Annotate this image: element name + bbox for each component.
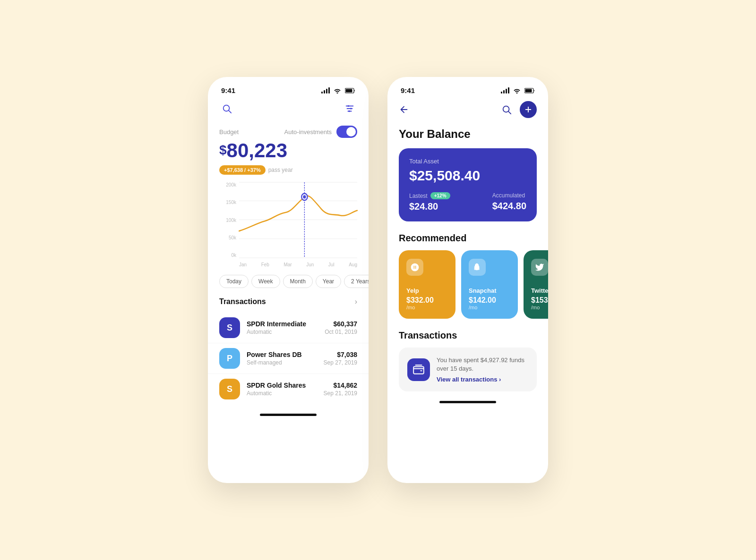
y-label-150k: 150k <box>219 200 236 205</box>
budget-badge: +$7,638 / +37% <box>219 165 266 175</box>
battery-icon <box>345 88 355 93</box>
filter-month[interactable]: Month <box>283 275 313 288</box>
dollar-sign: $ <box>219 144 227 157</box>
plus-icon <box>524 105 533 114</box>
accumulated-label: Accumulated <box>492 192 526 199</box>
trans-amount-1: $60,337 <box>325 320 357 328</box>
svg-line-3 <box>229 110 231 113</box>
transaction-item-2[interactable]: P Power Shares DB Self-managed $7,038 Se… <box>208 343 369 373</box>
rec-name-yelp: Yelp <box>406 287 448 294</box>
view-all-link[interactable]: View all transactions › <box>437 376 528 383</box>
chart-x-labels: Jan Feb Mar Jun Jul Aug <box>239 262 357 267</box>
trans-sub-2: Self-managed <box>247 359 317 366</box>
rec-period-twitter: /mo <box>531 305 548 310</box>
chart-y-labels: 200k 150k 100k 50k 0k <box>219 182 236 258</box>
rec-card-twitter[interactable]: Twitter $153 /mo <box>524 250 548 319</box>
lastest-value: $24.80 <box>409 201 450 212</box>
status-bar-2: 9:41 <box>387 86 548 94</box>
wifi-icon-2 <box>513 88 521 93</box>
phone-1: 9:41 <box>208 77 369 483</box>
trans-sub-1: Automatic <box>247 329 318 335</box>
add-button[interactable] <box>520 101 537 118</box>
phone1-header <box>208 101 369 116</box>
battery-icon-2 <box>524 88 535 93</box>
svg-point-7 <box>347 105 349 107</box>
filter-today[interactable]: Today <box>219 275 249 288</box>
filter-button[interactable] <box>342 101 357 116</box>
rec-period-yelp: /mo <box>406 305 448 310</box>
trans-info-1: SPDR Intermediate Automatic <box>247 320 318 335</box>
x-label-jul: Jul <box>328 262 335 267</box>
back-button[interactable] <box>399 104 409 115</box>
wifi-icon <box>334 88 341 93</box>
chart-svg <box>239 182 357 258</box>
phone2-header <box>387 101 548 118</box>
y-label-0k: 0k <box>219 253 236 258</box>
x-label-aug: Aug <box>349 262 357 267</box>
trans-amount-3: $14,862 <box>324 382 357 389</box>
trans-info-3: SPDR Gold Shares Automatic <box>247 382 317 397</box>
svg-point-9 <box>348 110 350 112</box>
trans-amounts-2: $7,038 Sep 27, 2019 <box>324 351 357 366</box>
rec-price-snapchat: $142.00 <box>469 296 510 305</box>
y-label-100k: 100k <box>219 218 236 223</box>
filter-week[interactable]: Week <box>251 275 280 288</box>
y-label-200k: 200k <box>219 182 236 187</box>
filter-2years[interactable]: 2 Years <box>344 275 369 288</box>
budget-label: Budget <box>219 128 239 136</box>
x-label-mar: Mar <box>284 262 292 267</box>
status-icons-1 <box>321 87 355 93</box>
trans-name-3: SPDR Gold Shares <box>247 382 317 389</box>
transactions-title-1: Transactions <box>219 297 266 306</box>
search-button[interactable] <box>219 101 234 116</box>
rec-card-yelp[interactable]: Yelp $332.00 /mo <box>399 250 455 319</box>
home-indicator-1 <box>260 414 317 416</box>
x-label-feb: Feb <box>261 262 269 267</box>
recommended-title: Recommended <box>387 233 548 244</box>
filter-icon <box>344 103 355 114</box>
time-filters: Today Week Month Year 2 Years 3 Y <box>208 275 369 288</box>
back-arrow-icon <box>399 104 409 115</box>
transactions-section-header: Transactions › <box>208 297 369 306</box>
transaction-item-3[interactable]: S SPDR Gold Shares Automatic $14,862 Sep… <box>208 373 369 404</box>
trans-date-3: Sep 21, 2019 <box>324 390 357 397</box>
trans-amounts-3: $14,862 Sep 21, 2019 <box>324 382 357 397</box>
chart-area <box>239 182 357 258</box>
svg-line-21 <box>508 111 511 114</box>
trans-avatar-3: S <box>219 379 240 399</box>
trans-date-1: Oct 01, 2019 <box>325 329 357 335</box>
transactions-chevron[interactable]: › <box>355 297 357 306</box>
app-container: 9:41 <box>189 49 567 511</box>
status-icons-2 <box>501 87 535 93</box>
twitter-icon <box>531 259 548 276</box>
status-bar-1: 9:41 <box>208 86 369 94</box>
rec-period-snapchat: /mo <box>469 305 510 310</box>
rec-price-yelp: $332.00 <box>406 296 448 305</box>
x-label-jan: Jan <box>239 262 247 267</box>
search-icon-2 <box>501 104 512 115</box>
home-indicator-2 <box>439 401 496 403</box>
yelp-icon <box>406 259 423 276</box>
svg-rect-19 <box>525 89 532 92</box>
budget-section: Budget Auto-investments $80,223 +$7,638 … <box>208 126 369 175</box>
balance-total: $25,508.40 <box>409 168 526 184</box>
rec-price-twitter: $153 <box>531 296 548 305</box>
trans-info-2: Power Shares DB Self-managed <box>247 351 317 366</box>
auto-investments-label: Auto-investments <box>284 128 332 136</box>
search-button-2[interactable] <box>499 102 514 117</box>
rec-card-snapchat[interactable]: Snapchat $142.00 /mo <box>461 250 518 319</box>
transactions-desc: You have spent $4,927.92 funds over 15 d… <box>437 356 528 373</box>
balance-card: Total Asset $25,508.40 Lastest +12% $24.… <box>399 148 537 221</box>
chart-wrap: 200k 150k 100k 50k 0k <box>219 182 357 267</box>
svg-rect-1 <box>346 89 352 92</box>
filter-year[interactable]: Year <box>316 275 341 288</box>
pass-year-label: pass year <box>268 167 293 173</box>
balance-card-label: Total Asset <box>409 158 526 165</box>
auto-investments-toggle[interactable] <box>336 126 357 138</box>
snapchat-icon <box>469 259 486 276</box>
signal-icon-2 <box>501 87 509 93</box>
transaction-item-1[interactable]: S SPDR Intermediate Automatic $60,337 Oc… <box>208 313 369 343</box>
recommended-list: Yelp $332.00 /mo Snapchat $142.00 /mo <box>387 250 548 319</box>
trans-amount-2: $7,038 <box>324 351 357 358</box>
budget-badge-row: +$7,638 / +37% pass year <box>219 165 357 175</box>
